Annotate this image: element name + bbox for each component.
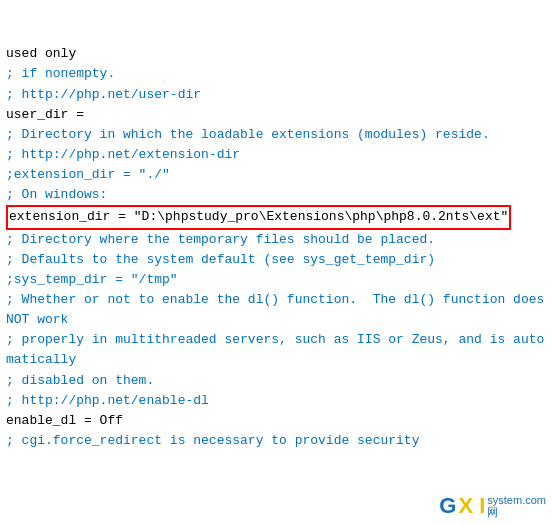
code-line: ; On windows:	[6, 185, 546, 205]
code-content: used only; if nonempty.; http://php.net/…	[6, 4, 546, 451]
code-line: ;extension_dir = "./"	[6, 165, 546, 185]
code-line: ; http://php.net/user-dir	[6, 85, 546, 105]
code-line: ; Defaults to the system default (see sy…	[6, 250, 546, 270]
code-line: ; Directory in which the loadable extens…	[6, 125, 546, 145]
code-line: ; Whether or not to enable the dl() func…	[6, 290, 546, 330]
code-line: enable_dl = Off	[6, 411, 546, 431]
code-line: ; properly in multithreaded servers, suc…	[6, 330, 546, 370]
code-line: extension_dir = "D:\phpstudy_pro\Extensi…	[6, 205, 546, 229]
watermark-xi: X I	[458, 493, 485, 519]
watermark-text: system.com 网	[487, 494, 546, 518]
watermark-net: 网	[487, 506, 546, 518]
code-line: ; disabled on them.	[6, 371, 546, 391]
watermark: G X I system.com 网	[439, 493, 546, 519]
code-line: used only	[6, 44, 546, 64]
code-line: ; http://php.net/extension-dir	[6, 145, 546, 165]
code-line: ; if nonempty.	[6, 64, 546, 84]
code-line: ;sys_temp_dir = "/tmp"	[6, 270, 546, 290]
code-line: user_dir =	[6, 105, 546, 125]
highlighted-line: extension_dir = "D:\phpstudy_pro\Extensi…	[6, 205, 511, 229]
code-line: ; Directory where the temporary files sh…	[6, 230, 546, 250]
watermark-site: system.com	[487, 494, 546, 506]
code-line: ; cgi.force_redirect is necessary to pro…	[6, 431, 426, 451]
code-line: ; http://php.net/enable-dl	[6, 391, 546, 411]
watermark-g: G	[439, 493, 456, 519]
